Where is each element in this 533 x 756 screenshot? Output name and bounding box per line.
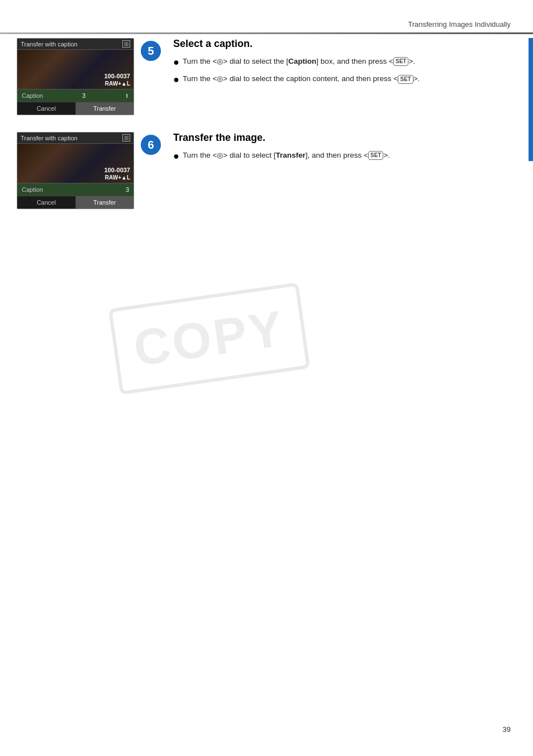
camera-title-5: Transfer with caption xyxy=(21,41,78,48)
camera-icon-6: ⊞ xyxy=(122,134,130,141)
camera-icon-5: ⊞ xyxy=(122,40,130,48)
step-6-block: Transfer with caption ⊞ 100-0037 RAW+▲L … xyxy=(17,132,516,209)
bullet-text-6-1: Turn the <◎> dial to select [Transfer], … xyxy=(183,149,516,162)
page-number: 39 xyxy=(503,725,511,734)
caption-value-6: 3 xyxy=(126,186,129,193)
bullet-dot-5-2: ● xyxy=(173,73,179,87)
transfer-btn-6: Transfer xyxy=(76,196,134,209)
header-title: Transferring Images Individually xyxy=(408,20,511,29)
step-6-num: 6 xyxy=(147,139,154,152)
main-content: Transfer with caption ⊞ 100-0037 RAW+▲L … xyxy=(17,38,516,226)
caption-row-5: Caption 3 ⬆ xyxy=(17,89,134,102)
transfer-btn-5: Transfer xyxy=(76,102,134,115)
step-5-circle: 5 xyxy=(141,41,161,61)
quality-5: RAW+▲L xyxy=(105,81,130,87)
watermark: COPY xyxy=(112,268,307,408)
step-5-text: Select a caption. ● Turn the <◎> dial to… xyxy=(168,38,516,90)
camera-ui-header-6: Transfer with caption ⊞ xyxy=(17,133,134,144)
side-bar xyxy=(529,38,533,161)
step-6-body: ● Turn the <◎> dial to select [Transfer]… xyxy=(173,149,516,163)
quality-6: RAW+▲L xyxy=(105,174,130,181)
camera-buttons-5: Cancel Transfer xyxy=(17,102,134,115)
step-6-number-col: 6 xyxy=(134,132,168,155)
caption-arrow-5: ⬆ xyxy=(125,93,129,99)
bullet-dot-6-1: ● xyxy=(173,149,179,163)
step-5-title: Select a caption. xyxy=(173,38,516,50)
camera-body-5: Caption 3 ⬆ xyxy=(17,89,134,102)
camera-body-6: Caption 3 xyxy=(17,183,134,196)
cancel-btn-6: Cancel xyxy=(17,196,76,209)
caption-label-5: Caption xyxy=(22,92,43,99)
step-5-body: ● Turn the <◎> dial to select the [Capti… xyxy=(173,55,516,87)
camera-buttons-6: Cancel Transfer xyxy=(17,196,134,209)
step-6-text: Transfer the image. ● Turn the <◎> dial … xyxy=(168,132,516,167)
watermark-text: COPY xyxy=(131,299,289,377)
camera-image-5: 100-0037 RAW+▲L xyxy=(17,50,134,89)
step-6-circle: 6 xyxy=(141,135,161,155)
file-num-5: 100-0037 xyxy=(104,73,131,79)
step-6-bullet-1: ● Turn the <◎> dial to select [Transfer]… xyxy=(173,149,516,163)
caption-value-5: 3 xyxy=(82,92,85,99)
file-num-6: 100-0037 xyxy=(104,167,131,173)
camera-image-6: 100-0037 RAW+▲L xyxy=(17,144,134,183)
step-5-number-col: 5 xyxy=(134,38,168,61)
caption-label-6: Caption xyxy=(22,186,43,193)
camera-ui-header-5: Transfer with caption ⊞ xyxy=(17,39,134,50)
camera-ui-step5: Transfer with caption ⊞ 100-0037 RAW+▲L … xyxy=(17,38,134,115)
watermark-inner: COPY xyxy=(108,282,310,394)
step-5-bullet-1: ● Turn the <◎> dial to select the [Capti… xyxy=(173,55,516,69)
camera-title-6: Transfer with caption xyxy=(21,135,78,141)
cancel-btn-5: Cancel xyxy=(17,102,76,115)
page-header: Transferring Images Individually xyxy=(408,20,511,29)
caption-row-6: Caption 3 xyxy=(17,183,134,196)
step-5-block: Transfer with caption ⊞ 100-0037 RAW+▲L … xyxy=(17,38,516,115)
step-5-num: 5 xyxy=(147,45,154,58)
bullet-text-5-1: Turn the <◎> dial to select the [Caption… xyxy=(183,55,516,68)
bullet-text-5-2: Turn the <◎> dial to select the caption … xyxy=(183,73,516,85)
bullet-dot-5-1: ● xyxy=(173,55,179,69)
camera-ui-step6: Transfer with caption ⊞ 100-0037 RAW+▲L … xyxy=(17,132,134,209)
top-rule xyxy=(0,32,533,34)
step-5-bullet-2: ● Turn the <◎> dial to select the captio… xyxy=(173,73,516,87)
step-6-title: Transfer the image. xyxy=(173,132,516,144)
